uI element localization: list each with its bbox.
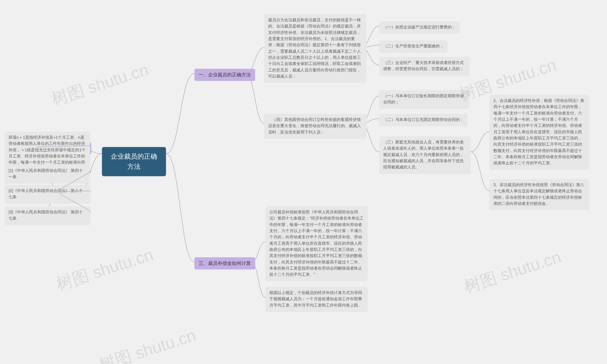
branch-1[interactable]: 一、企业裁员的正确方法 <box>194 69 255 81</box>
watermark: 树图 shutu.cn <box>53 244 156 296</box>
leaf-b4-3[interactable]: [3]《中华人民共和国劳动合同法》 第四十七条 <box>5 206 90 225</box>
root-node[interactable]: 企业裁员的正确方法 <box>102 147 166 176</box>
leaf-b4-2[interactable]: [2]《中华人民共和国劳动合同法》 第八十七条 <box>5 185 90 203</box>
branch-3[interactable]: 三、裁员补偿金如何计算 <box>194 257 255 269</box>
leaf-b1-d[interactable]: （四）其他因劳动合同订立时所依据的客观经济情况发生重大变化，致使劳动合同无法履行… <box>264 114 366 138</box>
leaf-b1-b[interactable]: （二）生产经营发生严重困难的； <box>379 40 447 52</box>
watermark: 树图 shutu.cn <box>96 324 199 364</box>
leaf-b1-d1[interactable]: （一）与本单位订立较长期限的固定期限劳动合同的； <box>379 90 469 108</box>
leaf-b1-d2[interactable]: （二）与本单位订立无固定期限劳动合同的； <box>379 114 468 126</box>
leaf-b1-intro[interactable]: 裁员分为合法裁员和非法裁员，支付的赔偿是不一样的。合法裁员是根据《劳动合同法》的… <box>264 14 366 82</box>
leaf-b1-c[interactable]: （三）企业转产、重大技术革新或者经营方式调整，经变更劳动合同后，仍需裁减人员的； <box>379 57 469 75</box>
leaf-b1-a[interactable]: （一）依照企业破产法规定进行重整的； <box>379 21 460 33</box>
leaf-b4-1[interactable]: [1]《中华人民共和国劳动合同法》 第四十一条 <box>5 165 90 183</box>
leaf-b1-d3-extra2[interactable]: 3、非法裁员的经济性补偿按照《劳动合同法》第八十七条用人单位违反本法规定解除或者… <box>490 179 589 210</box>
leaf-b3-1[interactable]: 公司裁员补偿标准按照《中华人民共和国劳动合同法》第四十七条规定："经济补偿按劳动… <box>266 206 368 281</box>
watermark: 树图 shutu.cn <box>49 59 151 111</box>
leaf-b1-d3[interactable]: （三）家庭无其他就业人员，有需要扶养的老人或者未成年人的。用人单位依照本条第一款… <box>379 136 471 173</box>
watermark: 树图 shutu.cn <box>461 246 564 298</box>
leaf-b1-d3-extra1[interactable]: 2、合法裁员的经济性补偿：根据《劳动合同法》第四十七条经济补偿按劳动者在本单位工… <box>490 95 589 169</box>
leaf-b3-2[interactable]: 根据以上规定，个别裁员的经济补偿计算方式为等同于规模裁减人员为：一个月提前通知金… <box>266 287 368 311</box>
